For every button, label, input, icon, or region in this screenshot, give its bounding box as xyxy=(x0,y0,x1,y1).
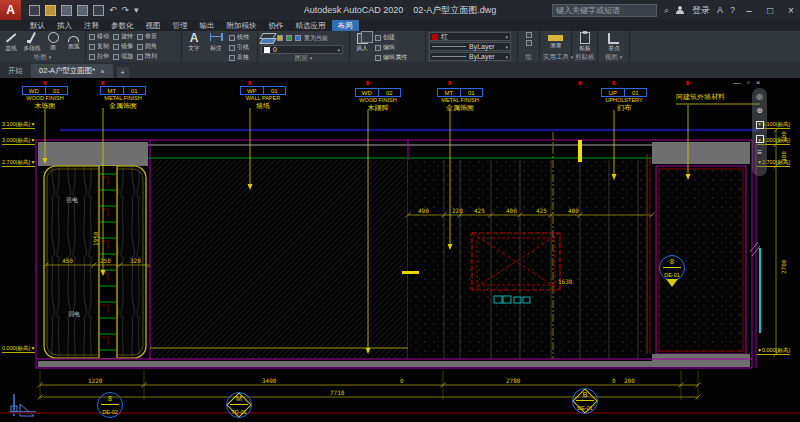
tab-view[interactable]: 视图 xyxy=(140,20,167,31)
insert-block-button[interactable]: 插入 xyxy=(353,32,371,53)
leader-button[interactable]: 引线 xyxy=(229,43,249,52)
group-icon[interactable] xyxy=(526,32,532,38)
stretch-button[interactable]: 拉伸 xyxy=(89,52,109,61)
more-tools-icon[interactable]: ≡ xyxy=(757,149,762,157)
tab-collaborate[interactable]: 协作 xyxy=(263,20,290,31)
material-label-mt01a[interactable]: MT01 METAL FINISH金属饰面 xyxy=(100,86,146,110)
minimize-button[interactable]: – xyxy=(742,5,756,16)
base-view-button[interactable]: 基点 xyxy=(602,32,626,53)
dim-text: 3490 xyxy=(262,377,276,384)
table-button[interactable]: 表格 xyxy=(229,53,249,62)
lineweight-dropdown[interactable]: ByLayer ▾ xyxy=(429,52,511,61)
save-icon[interactable] xyxy=(61,5,72,16)
color-dropdown[interactable]: 红 ▾ xyxy=(429,32,511,41)
drawing-area[interactable]: WD01 WOOD FINISH木饰面 MT01 METAL FINISH金属饰… xyxy=(0,78,800,422)
elevation-marker: ▼0.000(标高) xyxy=(757,346,790,355)
detail-symbol-de01-bottom[interactable]: B DE-01 xyxy=(572,388,598,414)
mirror-button[interactable]: 镜像 xyxy=(113,42,133,51)
circle-button[interactable]: 圆 xyxy=(45,32,61,52)
set-current-button[interactable]: 置为当前 xyxy=(304,34,328,43)
save-as-icon[interactable] xyxy=(77,5,88,16)
plot-icon[interactable] xyxy=(93,5,104,16)
redo-icon[interactable]: ↷ xyxy=(122,5,130,16)
new-drawing-tab-button[interactable]: + xyxy=(117,67,129,78)
detail-symbol-de01-stone[interactable]: 8 DE-01 xyxy=(659,255,685,281)
tab-layout-active[interactable]: 布局 xyxy=(332,20,359,31)
open-file-icon[interactable] xyxy=(45,5,56,16)
search-input[interactable] xyxy=(552,4,657,17)
help-icon[interactable]: ? xyxy=(730,5,735,15)
dimension-button[interactable]: 标注 xyxy=(207,32,225,53)
paste-button[interactable]: 粘贴 xyxy=(576,32,594,53)
user-icon[interactable] xyxy=(676,6,685,15)
panel-group-label[interactable]: 组 xyxy=(521,53,536,62)
sign-in-link[interactable]: 登录 xyxy=(692,4,710,17)
layer-tool-icon[interactable] xyxy=(286,35,292,41)
detail-symbol-de02[interactable]: 8 DE-02 xyxy=(97,392,123,418)
edit-attr-button[interactable]: 编辑属性 xyxy=(375,53,407,62)
scale-button[interactable]: 缩放 xyxy=(113,52,133,61)
undo-icon[interactable]: ↶ xyxy=(109,5,117,16)
arc-button[interactable]: 圆弧 xyxy=(66,32,82,51)
panel-utilities-label[interactable]: 实用工具 ▾ xyxy=(543,53,568,62)
tab-manage[interactable]: 管理 xyxy=(167,20,194,31)
material-label-wd01[interactable]: WD01 WOOD FINISH木饰面 xyxy=(22,86,68,110)
trim-button[interactable]: 修剪 xyxy=(137,32,157,41)
weak-electric-label: 弱电 xyxy=(68,310,80,317)
line-button[interactable]: 直线 xyxy=(3,32,19,53)
create-block-button[interactable]: 创建 xyxy=(375,33,407,42)
layer-tool-icon[interactable] xyxy=(295,35,301,41)
material-label-wp01[interactable]: WP01 WALL PAPER墙纸 xyxy=(240,86,286,110)
tab-insert[interactable]: 插入 xyxy=(51,20,78,31)
viewport-maximize-icon[interactable]: ▫ xyxy=(747,78,750,87)
file-tab-current[interactable]: 02-A户型立面图* × xyxy=(31,64,113,78)
material-label-up01[interactable]: UP01 UPHOLSTERY扪布 xyxy=(601,88,647,112)
tab-parametric[interactable]: 参数化 xyxy=(105,20,140,31)
navigation-bar[interactable]: ◎ ⊕ ≡ xyxy=(752,88,767,176)
qat-dropdown-icon[interactable]: ▾ xyxy=(134,5,139,16)
autocad-logo-icon[interactable]: A xyxy=(0,0,21,20)
layer-tool-icon[interactable] xyxy=(277,35,283,41)
viewport-close-icon[interactable]: × xyxy=(756,78,761,87)
store-icon[interactable]: A xyxy=(717,5,723,15)
polyline-button[interactable]: 多段线 xyxy=(23,32,41,53)
tab-annotate[interactable]: 注释 xyxy=(78,20,105,31)
ungroup-icon[interactable] xyxy=(526,40,532,46)
text-button[interactable]: A文字 xyxy=(185,32,203,53)
material-label-wd02[interactable]: WD02 WOOD FINISH木踢脚 xyxy=(355,88,401,112)
viewport-minimize-icon[interactable]: — xyxy=(733,78,741,87)
search-icon[interactable]: ⌕ xyxy=(664,5,669,16)
material-label-mt01b[interactable]: MT01 METAL FINISH金属饰面 xyxy=(437,88,483,112)
edit-block-button[interactable]: 编辑 xyxy=(375,43,407,52)
linetype-dropdown[interactable]: ByLayer ▾ xyxy=(429,42,511,51)
move-button[interactable]: 移动 xyxy=(89,32,109,41)
tab-addins[interactable]: 附加模块 xyxy=(221,20,263,31)
maximize-button[interactable]: □ xyxy=(763,5,777,16)
zoom-icon[interactable]: ⊕ xyxy=(756,107,763,115)
layer-dropdown[interactable]: 0 ▾ xyxy=(261,45,343,54)
dim-text: 0 xyxy=(612,377,616,384)
panel-clipboard-label[interactable]: 剪贴板 xyxy=(575,53,594,62)
panel-view-label[interactable]: 视图 ▾ xyxy=(601,53,626,62)
orbit-icon[interactable] xyxy=(756,135,764,143)
new-file-icon[interactable] xyxy=(29,5,40,16)
fillet-button[interactable]: 圆角 xyxy=(137,42,157,51)
linear-dim-button[interactable]: 线性 xyxy=(229,33,249,42)
close-button[interactable]: × xyxy=(784,5,798,16)
rotate-button[interactable]: 旋转 xyxy=(113,32,133,41)
tab-featured-apps[interactable]: 精选应用 xyxy=(290,20,332,31)
array-button[interactable]: 阵列 xyxy=(137,52,157,61)
tab-default[interactable]: 默认 xyxy=(24,20,51,31)
pan-icon[interactable] xyxy=(756,121,764,129)
measure-button[interactable]: 测量 xyxy=(544,32,568,50)
file-tab-close-icon[interactable]: × xyxy=(100,67,104,76)
tab-output[interactable]: 输出 xyxy=(194,20,221,31)
detail-symbol-td01[interactable]: M TD-01 xyxy=(226,392,252,418)
steering-wheel-icon[interactable]: ◎ xyxy=(756,93,763,101)
file-tab-start[interactable]: 开始 xyxy=(0,64,31,78)
lineweight-sample xyxy=(432,56,466,58)
panel-draw-label[interactable]: 绘图 ▾ xyxy=(3,53,82,62)
copy-button[interactable]: 复制 xyxy=(89,42,109,51)
dim-text: 425 xyxy=(536,207,547,214)
layer-properties-icon[interactable] xyxy=(261,32,274,44)
